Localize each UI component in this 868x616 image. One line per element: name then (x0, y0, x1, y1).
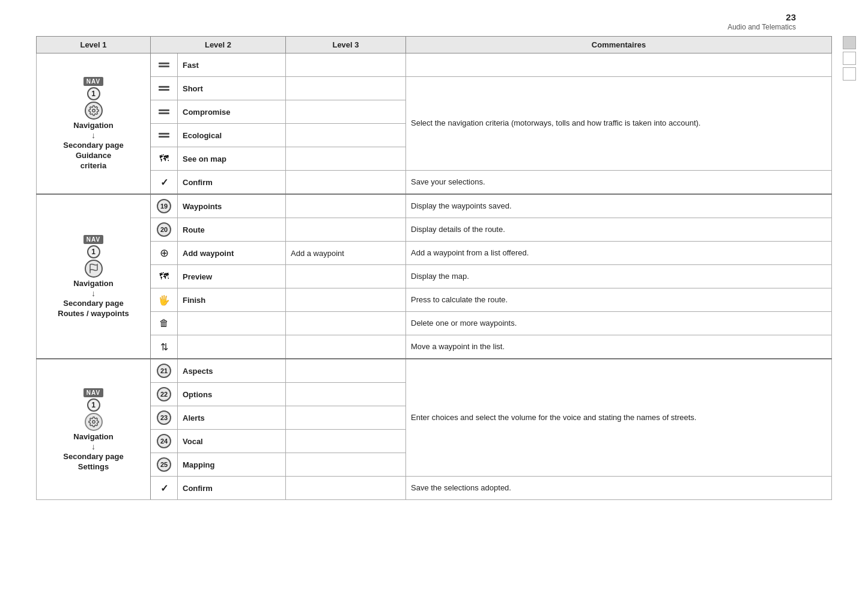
page-header: 23 Audio and Telematics (36, 12, 832, 31)
arrow-down: ↓ (91, 131, 96, 139)
level2-icon: ✓ (156, 174, 172, 191)
level2-icon: 24 (156, 433, 172, 450)
level2-label-cell (178, 312, 286, 335)
level2-icon: 25 (156, 456, 172, 473)
level2-icon: ✓ (156, 480, 172, 496)
level2-icon: 22 (156, 386, 172, 403)
level2-label: Preview (183, 272, 212, 281)
col-level3: Level 3 (286, 37, 406, 53)
level3-cell (286, 312, 406, 335)
number-badge: 25 (157, 457, 171, 472)
page-container: 23 Audio and Telematics Level 1 Level 2 … (0, 0, 868, 512)
level2-label-cell: Preview (178, 265, 286, 288)
level2-icon: 20 (156, 221, 172, 238)
level2-label-cell: See on map (178, 147, 286, 171)
level2-icon: 🖐 (156, 291, 172, 308)
level2-icon (156, 80, 172, 97)
level2-label: Options (183, 390, 212, 399)
level3-cell (286, 477, 406, 500)
number-badge: 22 (157, 387, 171, 401)
level2-icon: 🗑 (156, 315, 172, 332)
level2-label: Confirm (183, 178, 213, 187)
level1-line: Secondary page (63, 141, 123, 150)
level2-label: Aspects (183, 367, 213, 376)
svg-point-0 (92, 109, 95, 112)
level2-label: Add waypoint (183, 249, 234, 258)
level2-icon (156, 103, 172, 120)
comment-cell: Display details of the route. (406, 218, 832, 242)
level2-label: Mapping (183, 460, 214, 469)
level3-cell (286, 383, 406, 406)
level2-icon: 19 (156, 198, 172, 215)
level1-line: Navigation (73, 279, 113, 288)
number-badge: 20 (157, 222, 171, 237)
circle-badge: 1 (87, 398, 100, 412)
comment-cell: Select the navigation criteria (motorway… (406, 77, 832, 171)
level2-icon-cell: 19 (151, 194, 178, 218)
level2-label-cell: Confirm (178, 171, 286, 195)
dash-icon (159, 86, 169, 91)
number-badge: 21 (157, 364, 171, 378)
main-table: Level 1 Level 2 Level 3 Commentaires NAV… (36, 36, 832, 500)
dash-icon (159, 133, 169, 138)
level2-icon-cell: 20 (151, 218, 178, 242)
level3-cell (286, 335, 406, 359)
level2-icon: 21 (156, 362, 172, 379)
arrow-down: ↓ (91, 442, 96, 451)
comment-cell: Enter choices and select the volume for … (406, 359, 832, 477)
level3-cell (286, 453, 406, 477)
side-box-empty-1 (843, 52, 856, 65)
comment-cell (406, 53, 832, 77)
level1-line: Routes / waypoints (58, 309, 129, 318)
level2-label: Fast (183, 61, 199, 70)
level2-icon: ⇅ (156, 338, 172, 355)
number-badge: 19 (157, 199, 171, 213)
flag-icon (85, 260, 103, 278)
level2-icon-cell: ✓ (151, 171, 178, 195)
level2-label-cell: Fast (178, 53, 286, 77)
comment-cell: Save the selections adopted. (406, 477, 832, 500)
level2-label: Short (183, 84, 203, 93)
level1-section-settings: NAV 1 Navigation↓Secondary pageSettings (37, 359, 151, 500)
side-box-filled (843, 36, 856, 49)
level2-icon-cell: 23 (151, 406, 178, 430)
level1-section-routes-waypoints: NAV 1 Navigation↓Secondary pageRoutes / … (37, 194, 151, 359)
level3-cell (286, 77, 406, 100)
level1-line: Navigation (73, 432, 113, 441)
level2-label-cell: Compromise (178, 100, 286, 124)
level2-label: Finish (183, 296, 205, 305)
comment-cell: Display the map. (406, 265, 832, 288)
level3-cell (286, 147, 406, 171)
page-subtitle: Audio and Telematics (727, 23, 796, 31)
level2-label-cell: Short (178, 77, 286, 100)
level2-label-cell: Route (178, 218, 286, 242)
circle-badge: 1 (87, 245, 100, 258)
level3-cell (286, 359, 406, 383)
comment-cell: Press to calculate the route. (406, 288, 832, 312)
level3-cell (286, 100, 406, 124)
hand-icon: 🖐 (158, 294, 170, 306)
level2-icon: 🗺 (156, 268, 172, 285)
level2-label: See on map (183, 154, 226, 163)
level3-cell: Add a waypoint (286, 242, 406, 265)
level2-label: Alerts (183, 413, 205, 422)
plus-circle-icon: ⊕ (160, 246, 169, 260)
level3-cell (286, 288, 406, 312)
comment-cell: Add a waypoint from a list offered. (406, 242, 832, 265)
level2-icon-cell: ✓ (151, 477, 178, 500)
comment-cell: Display the waypoints saved. (406, 194, 832, 218)
map-icon: 🗺 (159, 271, 169, 282)
level2-icon-cell (151, 53, 178, 77)
side-decorations (843, 36, 856, 81)
level1-section-guidance-criteria: NAV 1 Navigation↓Secondary pageGuidancec… (37, 53, 151, 195)
side-box-empty-2 (843, 67, 856, 81)
level1-line: Secondary page (63, 299, 123, 308)
nav-badge: NAV (83, 235, 103, 244)
level2-icon-cell: 🗺 (151, 265, 178, 288)
level1-line: Navigation (73, 121, 113, 130)
level2-label-cell: Waypoints (178, 194, 286, 218)
level2-icon-cell: 24 (151, 430, 178, 453)
level3-cell (286, 124, 406, 147)
level2-label-cell: Ecological (178, 124, 286, 147)
level2-icon-cell: ⊕ (151, 242, 178, 265)
